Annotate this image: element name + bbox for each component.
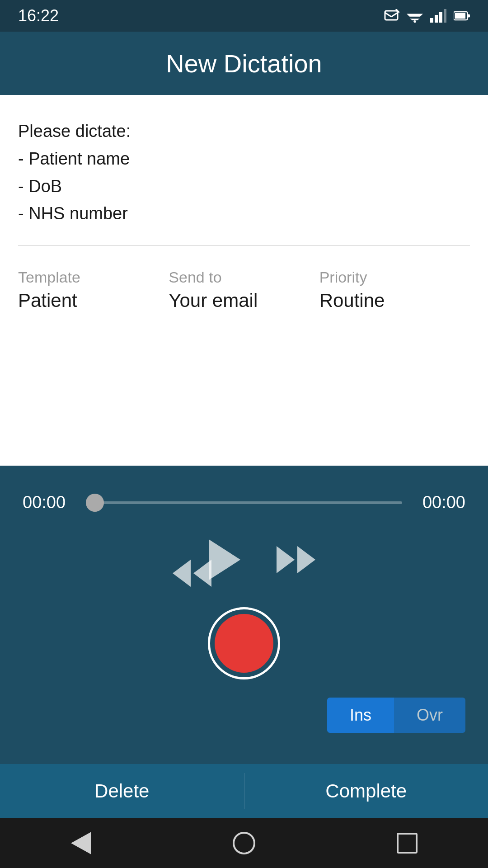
wifi-icon — [407, 8, 423, 24]
progress-row: 00:00 00:00 — [23, 493, 465, 512]
svg-rect-10 — [435, 15, 438, 23]
nav-bar — [0, 818, 488, 868]
record-dot — [215, 614, 273, 673]
send-to-field[interactable]: Send to Your email — [169, 269, 319, 311]
rewind-triangle-2 — [193, 560, 211, 587]
priority-label: Priority — [319, 269, 470, 286]
player-panel: 00:00 00:00 Ins Ovr — [0, 466, 488, 764]
record-button[interactable] — [208, 607, 280, 679]
svg-rect-0 — [385, 11, 398, 20]
progress-thumb[interactable] — [86, 494, 104, 512]
status-time: 16:22 — [18, 6, 59, 25]
priority-field[interactable]: Priority Routine — [319, 269, 470, 311]
template-value: Patient — [18, 290, 169, 311]
svg-line-2 — [391, 13, 398, 17]
instruction-line1: Please dictate: — [18, 118, 470, 145]
send-to-value: Your email — [169, 290, 319, 311]
template-field[interactable]: Template Patient — [18, 269, 169, 311]
page-title: New Dictation — [166, 49, 322, 78]
instruction-line3: - DoB — [18, 173, 470, 200]
home-button[interactable] — [233, 832, 255, 854]
current-time: 00:00 — [23, 493, 77, 512]
notification-icon — [383, 8, 399, 24]
status-bar: 16:22 — [0, 0, 488, 32]
signal-icon — [430, 8, 446, 24]
svg-line-1 — [385, 13, 391, 17]
fields-row: Template Patient Send to Your email Prio… — [18, 269, 470, 311]
recents-button[interactable] — [397, 833, 418, 854]
svg-rect-9 — [430, 18, 433, 23]
template-label: Template — [18, 269, 169, 286]
recents-icon — [397, 833, 418, 854]
back-icon — [71, 832, 91, 854]
instruction-line2: - Patient name — [18, 145, 470, 173]
fast-forward-button[interactable] — [277, 546, 315, 573]
ff-triangle-2 — [297, 546, 315, 573]
home-icon — [233, 832, 255, 854]
play-button[interactable] — [209, 539, 240, 580]
divider — [18, 245, 470, 246]
svg-rect-14 — [468, 14, 470, 17]
action-bar: Delete Complete — [0, 764, 488, 818]
ff-triangle-1 — [277, 546, 295, 573]
ovr-mode-button[interactable]: Ovr — [394, 698, 465, 733]
main-content: Please dictate: - Patient name - DoB - N… — [0, 95, 488, 466]
rewind-triangle-1 — [173, 560, 191, 587]
battery-icon — [454, 8, 470, 24]
transport-controls — [173, 539, 315, 580]
priority-value: Routine — [319, 290, 470, 311]
svg-rect-15 — [455, 13, 465, 19]
delete-button[interactable]: Delete — [0, 764, 244, 818]
progress-track[interactable] — [86, 501, 402, 504]
back-button[interactable] — [71, 832, 91, 854]
fast-forward-icon — [277, 546, 315, 573]
instruction-line4: - NHS number — [18, 200, 470, 227]
svg-rect-11 — [439, 12, 442, 23]
complete-button[interactable]: Complete — [244, 764, 488, 818]
app-header: New Dictation — [0, 32, 488, 95]
status-icons — [383, 8, 470, 24]
svg-rect-12 — [444, 9, 446, 23]
mode-toggle: Ins Ovr — [327, 698, 465, 733]
ins-mode-button[interactable]: Ins — [327, 698, 394, 733]
send-to-label: Send to — [169, 269, 319, 286]
play-icon — [209, 539, 240, 580]
total-time: 00:00 — [411, 493, 465, 512]
instructions-text: Please dictate: - Patient name - DoB - N… — [18, 118, 470, 227]
